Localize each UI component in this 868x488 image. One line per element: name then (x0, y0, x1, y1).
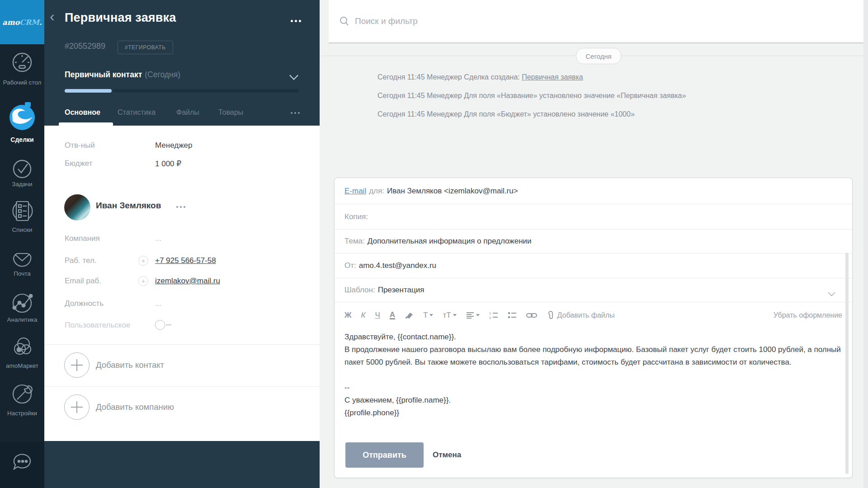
attach-files-button[interactable]: Добавить файлы (557, 311, 615, 319)
contact-avatar[interactable] (64, 194, 90, 221)
bullet-list-icon[interactable] (508, 311, 517, 319)
tab-statistics[interactable]: Статистика (118, 108, 156, 117)
sidebar-label-desktop[interactable]: Рабочий стол (0, 79, 44, 87)
underline-icon[interactable]: Ч (375, 311, 380, 320)
clear-formatting-button[interactable]: Убрать оформление (774, 311, 842, 319)
compose-cc-row[interactable]: Копия: (335, 204, 852, 230)
add-phone-icon[interactable]: + (138, 256, 148, 266)
font-color-icon[interactable]: A (390, 311, 395, 319)
search-input[interactable] (354, 16, 717, 27)
amocrm-logo[interactable]: amoCRM. (0, 0, 44, 44)
pipeline-stage[interactable]: Первичный контакт(Сегодня) (65, 70, 180, 80)
sidebar-item-deals[interactable] (0, 101, 44, 131)
field-value-company[interactable]: ... (155, 234, 161, 243)
add-contact-button[interactable]: Добавить контакт (96, 360, 164, 370)
contact-phone-link[interactable]: +7 925 566-57-58 (155, 256, 216, 265)
deal-menu-more-icon[interactable] (291, 20, 301, 22)
cancel-button[interactable]: Отмена (433, 450, 461, 460)
sidebar-label-lists[interactable]: Списки (0, 226, 44, 234)
sidebar-item-lists[interactable] (0, 199, 44, 223)
sidebar-item-mail[interactable] (0, 249, 44, 269)
compose-scrollbar[interactable] (845, 253, 849, 474)
feed-event: Сегодня 11:45 Менеджер Сделка создана: П… (377, 73, 583, 81)
body-line (344, 369, 842, 381)
from-value[interactable]: amo.4.test@yandex.ru (359, 261, 436, 270)
add-email-icon[interactable]: + (138, 276, 148, 286)
progress-rest (113, 89, 299, 93)
sidebar-label-tasks[interactable]: Задачи (0, 180, 44, 188)
subject-value[interactable]: Дополнительная информация о предложении (368, 237, 532, 246)
tab-files[interactable]: Файлы (176, 108, 199, 117)
sidebar-item-analytics[interactable] (0, 291, 44, 315)
toggle-dash (166, 324, 171, 325)
tabs-more-icon[interactable] (291, 112, 300, 114)
page-scrollbar[interactable] (863, 0, 868, 488)
from-label: От: (344, 261, 356, 270)
font-family-icon[interactable]: T (423, 311, 433, 320)
sidebar-item-desktop[interactable] (0, 52, 44, 73)
contact-name[interactable]: Иван Земляков (96, 201, 161, 211)
align-icon[interactable] (466, 312, 480, 319)
add-contact-plus-icon[interactable] (64, 352, 90, 378)
bold-icon[interactable]: Ж (344, 311, 351, 320)
email-type-link[interactable]: E-mail (344, 187, 366, 196)
field-value-responsible[interactable]: Менеджер (155, 141, 192, 150)
link-icon[interactable] (526, 312, 537, 319)
contact-more-icon[interactable] (176, 206, 185, 208)
custom-field-toggle[interactable] (155, 320, 165, 330)
sidebar-label-mail[interactable]: Почта (0, 270, 44, 278)
sidebar-bottom-section (0, 442, 44, 488)
field-value-budget[interactable]: 1 000 ₽ (155, 159, 181, 169)
sidebar-item-tasks[interactable] (0, 158, 44, 179)
contact-email-link[interactable]: izemlakov@mail.ru (155, 277, 220, 286)
add-company-button[interactable]: Добавить компанию (96, 402, 174, 412)
field-label-responsible: Отв-ный (65, 141, 95, 150)
compose-template-row[interactable]: Шаблон: Презентация (335, 278, 852, 302)
logo-text: amo (2, 18, 19, 27)
compose-subject-row[interactable]: Тема: Дополнительная информация о предло… (335, 230, 852, 253)
body-line: С уважением, {{profile.name}}. (344, 394, 842, 407)
date-pill[interactable]: Сегодня (576, 48, 621, 64)
email-body-editor[interactable]: Здравствуйте, {{contact.name}}. В продол… (344, 331, 842, 419)
sidebar: amoCRM. Рабочий стол Сделки (0, 0, 44, 488)
ordered-list-icon[interactable]: 12 (489, 311, 498, 319)
body-line: {{profile.phone}} (344, 407, 842, 419)
add-company-plus-icon[interactable] (64, 394, 90, 420)
template-value[interactable]: Презентация (378, 286, 425, 295)
to-label: для: (369, 187, 384, 196)
progress-fill (65, 89, 112, 93)
sidebar-label-deals[interactable]: Сделки (0, 136, 44, 144)
body-line: В продолжение нашего разговора высылаю в… (344, 343, 842, 369)
italic-icon[interactable]: К (361, 311, 365, 320)
chat-icon (0, 450, 44, 474)
compose-from-row[interactable]: От: amo.4.test@yandex.ru (335, 253, 852, 278)
field-label-position: Должность (65, 299, 104, 308)
stage-progress-bar[interactable] (65, 89, 299, 93)
font-size-icon[interactable]: тT (443, 311, 456, 320)
sidebar-label-analytics[interactable]: Аналитика (0, 316, 44, 324)
tab-products[interactable]: Товары (218, 108, 243, 117)
sidebar-label-market[interactable]: amoМаркет (0, 362, 44, 370)
feed-event: Сегодня 11:45 Менеджер Для поля «Бюджет»… (377, 110, 635, 118)
field-label-work-email: Email раб. (65, 277, 101, 286)
lists-icon (0, 199, 44, 223)
sidebar-label-settings[interactable]: Настройки (0, 409, 44, 418)
field-value-position[interactable]: ... (155, 299, 161, 308)
send-button[interactable]: Отправить (345, 442, 424, 468)
back-button[interactable]: ‹ (50, 9, 55, 23)
support-chat-button[interactable] (0, 450, 44, 474)
to-value[interactable]: Иван Земляков <izemlakov@mail.ru> (387, 187, 518, 196)
sidebar-item-settings[interactable] (0, 381, 44, 407)
sidebar-item-market[interactable] (0, 335, 44, 359)
tag-button[interactable]: #ТЕГИРОВАТЬ (118, 41, 173, 54)
deals-icon (0, 101, 44, 131)
tasks-icon (0, 158, 44, 179)
feed-deal-link[interactable]: Первичная заявка (522, 73, 583, 81)
attach-icon[interactable] (547, 311, 555, 320)
chevron-down-icon[interactable] (289, 71, 298, 80)
body-line: -- (344, 381, 842, 394)
tab-main[interactable]: Основное (65, 108, 100, 117)
body-line: Здравствуйте, {{contact.name}}. (344, 331, 842, 343)
highlight-icon[interactable] (405, 311, 414, 319)
deal-title: Первичная заявка (65, 11, 176, 25)
